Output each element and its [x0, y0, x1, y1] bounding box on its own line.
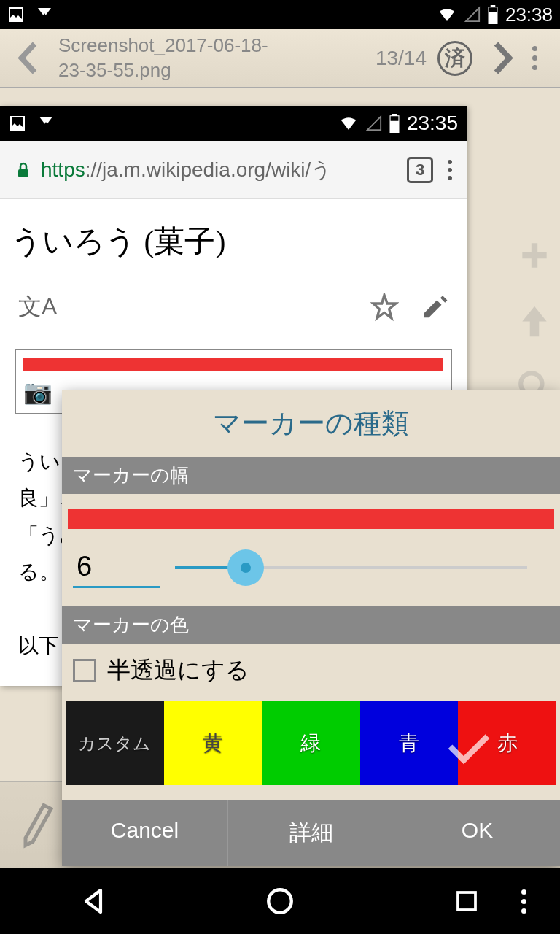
color-custom[interactable]: カスタム	[66, 701, 164, 785]
back-button[interactable]	[71, 879, 115, 923]
width-input[interactable]	[73, 547, 160, 588]
ok-button[interactable]: OK	[394, 800, 560, 866]
svg-point-17	[268, 889, 292, 913]
marker-dialog: マーカーの種類 マーカーの幅 マーカーの色 半透過にする カスタム 黄 緑 青 …	[62, 390, 560, 866]
color-yellow[interactable]: 黄	[164, 701, 262, 785]
color-green[interactable]: 緑	[262, 701, 360, 785]
translucent-label: 半透過にする	[107, 655, 249, 687]
dialog-title: マーカーの種類	[62, 390, 560, 457]
nav-menu-button[interactable]	[502, 879, 545, 923]
marker-preview	[68, 509, 554, 529]
svg-rect-18	[458, 892, 475, 910]
cancel-button[interactable]: Cancel	[62, 800, 228, 866]
detail-button[interactable]: 詳細	[228, 800, 394, 866]
dialog-overlay: マーカーの種類 マーカーの幅 マーカーの色 半透過にする カスタム 黄 緑 青 …	[0, 0, 560, 934]
translucent-checkbox[interactable]	[73, 659, 96, 682]
width-section-header: マーカーの幅	[62, 457, 560, 494]
color-blue[interactable]: 青	[360, 701, 459, 785]
home-button[interactable]	[258, 879, 302, 923]
color-red[interactable]: 赤	[458, 701, 556, 785]
color-grid: カスタム 黄 緑 青 赤	[66, 701, 556, 785]
nav-bar	[0, 868, 560, 934]
recent-button[interactable]	[445, 879, 489, 923]
width-slider[interactable]	[175, 566, 527, 569]
color-section-header: マーカーの色	[62, 606, 560, 644]
